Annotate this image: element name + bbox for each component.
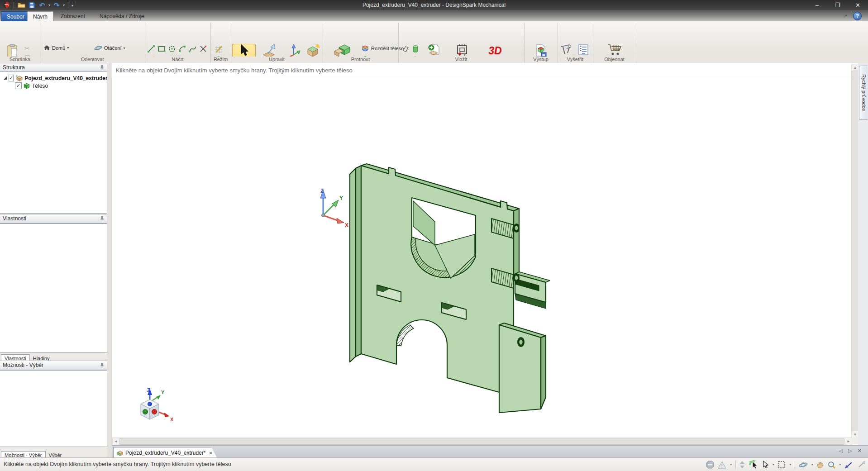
sketch-rectangle-icon[interactable] [157, 44, 166, 53]
model-body[interactable] [350, 164, 550, 413]
expander-icon[interactable] [4, 76, 7, 80]
app-logo-icon[interactable] [2, 1, 10, 9]
measure-icon[interactable] [560, 44, 572, 55]
group-label-nacrt: Náčrt [145, 57, 211, 63]
pin-icon[interactable] [100, 216, 104, 221]
sidebar-splitter[interactable] [107, 63, 112, 457]
right-side-strip [858, 63, 868, 445]
canvas-hint: Klikněte na objekt Dvojím kliknutím vybe… [112, 63, 851, 78]
cube-y-label: Y [161, 390, 165, 395]
home-view-button[interactable]: Domů▾ [43, 45, 69, 51]
tree-body-label: Těleso [32, 83, 48, 89]
root-checkbox[interactable]: ✓ [9, 75, 14, 81]
pin-icon[interactable] [100, 65, 104, 70]
sketch-spline-icon[interactable] [188, 44, 197, 53]
spin-dropdown-icon: ▾ [124, 46, 125, 50]
cut-icon[interactable]: ✂ [24, 45, 30, 52]
zoom-tool-icon[interactable] [828, 461, 835, 469]
toolbar-separator [68, 2, 68, 8]
component-icon [15, 75, 23, 81]
tab-next-icon[interactable]: ▷ [848, 448, 852, 454]
sketch-mode-icon[interactable] [213, 44, 224, 54]
document-tab-label: Pojezd_extruderu_V40_extruder* [125, 450, 205, 456]
spin-label: Otáčení [104, 45, 122, 51]
stop-icon[interactable] [706, 461, 714, 469]
sketch-trim-icon[interactable] [198, 44, 208, 53]
sketch-arc-icon[interactable] [177, 44, 187, 53]
zoom-dropdown-icon[interactable]: ▾ [839, 463, 841, 466]
quick-guide-tab[interactable]: Rychlý průvodce [859, 66, 868, 120]
sketch-line-icon[interactable] [146, 44, 156, 53]
vertical-scroll-thumb[interactable] [852, 71, 858, 431]
3d-model[interactable] [343, 159, 551, 424]
redo-button[interactable]: ↷ [52, 1, 61, 9]
scroll-down-icon[interactable]: ▼ [852, 433, 858, 437]
close-button[interactable]: ✕ [848, 0, 868, 10]
restore-button[interactable]: ❐ [827, 0, 848, 10]
group-label-vystup: Výstup [524, 57, 558, 63]
horizontal-scroll-thumb[interactable] [119, 438, 844, 445]
select-mode-dropdown-icon[interactable]: ▾ [773, 463, 774, 466]
box-select-dropdown-icon[interactable]: ▾ [789, 463, 791, 466]
collapse-ribbon-icon[interactable]: ▴ [845, 13, 847, 17]
properties-panel-content [0, 224, 107, 353]
insert-plane-icon[interactable] [401, 44, 410, 53]
tab-zobrazeni[interactable]: Zobrazení [55, 11, 91, 21]
select-cursor-icon[interactable] [762, 461, 769, 469]
tab-list-close-icon[interactable]: ✕ [858, 448, 862, 454]
document-tab-close-icon[interactable]: ✕ [209, 451, 212, 456]
group-label-objednat: Objednat [593, 57, 636, 63]
group-label-upravit: Upravit [231, 57, 323, 63]
document-tab-bar: Pojezd_extruderu_V40_extruder* ✕ ◁ ▷ ✕ [112, 445, 868, 458]
structure-panel-title: Struktura [3, 64, 25, 71]
scroll-up-icon[interactable]: ▲ [852, 66, 858, 70]
rotate-cursor-icon[interactable] [749, 460, 758, 469]
pin-icon[interactable] [100, 362, 104, 368]
tab-soubor[interactable]: Soubor [1, 11, 30, 22]
tab-prev-icon[interactable]: ◁ [839, 448, 843, 454]
warning-icon[interactable] [718, 461, 726, 469]
quick-access-toolbar: ↶ ▾ ↷ ▾ ▾ [0, 1, 73, 9]
scroll-right-icon[interactable]: ► [847, 439, 850, 443]
help-icon[interactable]: ? [853, 12, 862, 20]
orbit-icon[interactable] [799, 461, 808, 468]
view-cube[interactable]: Z Y X [128, 387, 173, 431]
document-tab[interactable]: Pojezd_extruderu_V40_extruder* ✕ [113, 447, 217, 458]
checkmark-icon: ✓ [16, 83, 20, 88]
customize-toolbar-icon[interactable]: ▾ [72, 3, 73, 8]
scroll-step-icon[interactable] [739, 461, 745, 469]
undo-button[interactable]: ↶ [38, 1, 46, 9]
status-bar: Klikněte na objekt Dvojím kliknutím vybe… [0, 457, 868, 471]
orbit-dropdown-icon[interactable]: ▾ [811, 463, 813, 466]
solid-body-icon [24, 83, 30, 89]
save-icon[interactable] [28, 1, 36, 9]
spin-button[interactable]: Otáčení▾ [94, 45, 125, 51]
pan-hand-icon[interactable] [816, 461, 824, 469]
sketch-circle-icon[interactable] [167, 44, 176, 53]
minimize-button[interactable]: – [807, 0, 827, 10]
group-label-orientovat: Orientovat [40, 57, 145, 63]
zoom-out-arrow-icon[interactable] [857, 461, 866, 468]
tree-root-row[interactable]: ✓ Pojezd_extruderu_V40_extruder* [0, 74, 107, 82]
selection-panel-content [0, 370, 107, 447]
redo-dropdown-icon[interactable]: ▾ [63, 3, 65, 7]
undo-dropdown-icon[interactable]: ▾ [48, 3, 50, 7]
group-label-vlozit: Vložit [398, 57, 525, 63]
group-label-protnout: Protnout [323, 57, 399, 63]
warning-dropdown-icon[interactable]: ▾ [730, 463, 732, 466]
home-label: Domů [52, 45, 65, 51]
selection-panel-title: Možnosti - Výběr [3, 362, 43, 368]
body-checkbox[interactable]: ✓ [15, 82, 22, 89]
box-select-icon[interactable] [777, 461, 786, 469]
tab-napoveda[interactable]: Nápověda / Zdroje [94, 11, 150, 21]
zoom-extents-icon[interactable] [844, 461, 854, 468]
tree-body-row[interactable]: ✓ Těleso [0, 82, 107, 90]
insert-cylinder-icon[interactable] [410, 44, 420, 53]
scroll-left-icon[interactable]: ◄ [114, 439, 118, 443]
origin-triad: Z Y X [313, 186, 349, 228]
designspark-window: ↶ ▾ ↷ ▾ ▾ Pojezd_extruderu_V40_extruder … [0, 0, 868, 471]
structure-tree: ✓ Pojezd_extruderu_V40_extruder* ✓ Těles… [0, 71, 107, 214]
tab-navrh[interactable]: Návrh [27, 11, 53, 22]
open-file-icon[interactable] [17, 1, 25, 9]
split-body-button[interactable]: Rozdělit těleso [361, 45, 404, 52]
